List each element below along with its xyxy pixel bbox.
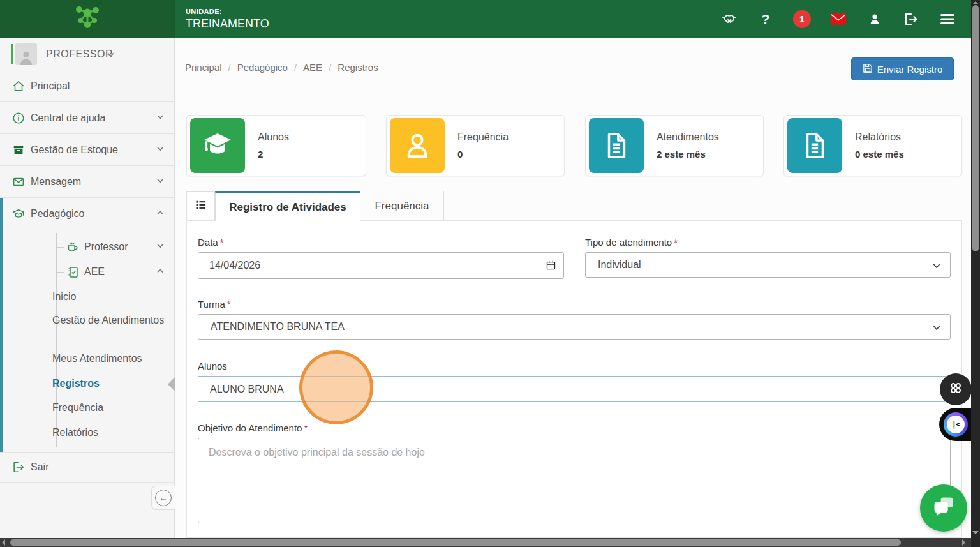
stat-card-frequencia: Frequência 0 [386,115,565,176]
journal-check-icon [66,266,79,278]
breadcrumb-separator: / [228,62,231,73]
chat-button[interactable] [920,484,967,532]
unit-label: UNIDADE: [186,8,269,15]
sidebar-item-meus-atendimentos[interactable]: Meus Atendimentos [52,352,167,365]
notification-badge[interactable]: 1 [792,10,812,29]
selected-option: Individual [598,259,641,271]
notification-count: 1 [793,10,811,28]
breadcrumb-separator: / [329,62,331,73]
sidebar-item-registros[interactable]: Registros [52,377,167,390]
four-dots-icon [947,380,964,399]
vertical-scroll-thumb[interactable] [972,5,979,251]
sidebar-item-central-de-ajuda[interactable]: Central de ajuda [0,102,175,134]
horizontal-scroll-thumb[interactable] [10,539,901,546]
sidebar-item-gestao-de-estoque[interactable]: Gestão de Estoque [0,134,175,166]
scroll-left-arrow[interactable] [2,539,5,546]
tab-list-view[interactable] [186,191,215,220]
breadcrumb-registros[interactable]: Registros [338,62,378,73]
menu-icon[interactable] [938,10,957,29]
stat-label: Relatórios [855,131,904,143]
profile-accent-bar [11,44,13,64]
sidebar-item-relatorios[interactable]: Relatórios [52,426,167,439]
assistant-ring-icon: |< [944,412,968,437]
enviar-registro-label: Enviar Registro [877,64,943,75]
field-data: Data* [198,237,564,279]
info-icon [11,111,26,125]
person-icon [390,118,445,173]
document-icon [787,118,842,173]
document-icon [589,118,644,173]
chevron-down-icon [932,260,942,273]
objetivo-textarea[interactable] [198,438,951,523]
scroll-right-arrow[interactable] [962,539,965,546]
sidebar-item-label: Gestão de Estoque [31,144,118,156]
sidebar-item-label: Professor [84,241,128,253]
chevron-down-icon [156,144,165,156]
user-icon[interactable] [865,10,884,29]
sidebar-item-frequencia[interactable]: Frequência [52,401,167,414]
tab-frequencia[interactable]: Frequência [360,191,444,220]
stat-card-alunos: Alunos 2 [186,115,366,176]
sidebar-item-aee[interactable]: AEE [0,259,175,285]
save-icon [863,63,873,75]
header-icon-bar: ? 1 [720,0,957,38]
help-icon[interactable]: ? [756,10,775,29]
sidebar-collapse-button[interactable]: ← [151,486,175,510]
sign-out-icon [11,460,26,474]
stat-card-atendimentos: Atendimentos 2 este mês [585,115,764,176]
required-marker: * [304,423,308,433]
sidebar: PROFESSOR Principal Central de ajuda [0,38,175,538]
sidebar-item-mensagem[interactable]: Mensagem [0,166,175,198]
logout-icon[interactable] [902,10,921,29]
stat-text: Alunos 2 [258,131,289,160]
graduation-cap-icon [190,118,245,173]
aluno-option[interactable]: ALUNO BRUNA [210,384,284,395]
sidebar-item-label: Sair [31,461,48,473]
data-input[interactable] [198,252,564,279]
sidebar-item-principal[interactable]: Principal [0,70,175,102]
stat-label: Frequência [457,131,509,143]
profile-name: PROFESSOR [46,49,113,60]
mail-icon[interactable] [829,10,848,29]
scrollbar-corner [971,538,980,547]
field-label: Objetivo do Atendimento* [198,423,951,433]
stat-value: 2 [258,149,263,160]
top-header: UNIDADE: TREINAMENTO ? 1 [175,0,971,38]
sidebar-item-gestao-de-atendimentos[interactable]: Gestão de Atendimentos [52,313,167,327]
extension-grid-button[interactable] [940,373,972,405]
sidebar-item-professor[interactable]: Professor [0,234,175,260]
breadcrumb-principal[interactable]: Principal [185,62,222,73]
molecule-logo-icon[interactable] [71,3,103,35]
stat-text: Atendimentos 2 este mês [657,131,719,160]
breadcrumb-aee[interactable]: AEE [303,62,322,73]
list-icon [195,199,207,214]
sidebar-item-sair[interactable]: Sair [0,452,175,483]
breadcrumb-pedagogico[interactable]: Pedagógico [237,62,288,73]
field-tipo-de-atendimento: Tipo de atendimento* Individual [585,237,951,278]
sidebar-item-inicio[interactable]: Inicio [52,290,167,303]
selected-option: ATENDIMENTO BRUNA TEA [211,321,345,333]
chevron-down-icon [106,50,115,62]
tab-registro-de-atividades[interactable]: Registro de Atividades [215,191,360,221]
stock-box-icon [11,143,26,157]
stat-suffix: este mês [863,149,904,160]
field-label: Tipo de atendimento* [585,237,951,248]
enviar-registro-button[interactable]: Enviar Registro [851,57,954,80]
chat-bubbles-icon [931,495,956,521]
field-objetivo: Objetivo do Atendimento* [198,423,951,526]
vertical-scrollbar[interactable] [971,0,980,547]
stat-text: Relatórios 0 este mês [855,131,904,160]
scroll-up-arrow[interactable] [972,1,979,4]
profile-toggle[interactable]: PROFESSOR [0,38,175,70]
unit-name: TREINAMENTO [186,17,269,31]
tipo-atendimento-select[interactable]: Individual [585,252,951,278]
sidebar-item-pedagogico[interactable]: Pedagógico [0,198,175,230]
horizontal-scrollbar[interactable] [0,538,971,547]
scroll-down-arrow[interactable] [972,531,979,534]
stat-label: Atendimentos [657,131,719,143]
breadcrumb: Principal / Pedagógico / AEE / Registros [185,62,378,73]
app-logo-area [0,0,175,38]
turma-select[interactable]: ATENDIMENTO BRUNA TEA [198,314,951,340]
sidebar-item-label: AEE [84,266,105,278]
handshake-icon[interactable] [720,10,739,29]
